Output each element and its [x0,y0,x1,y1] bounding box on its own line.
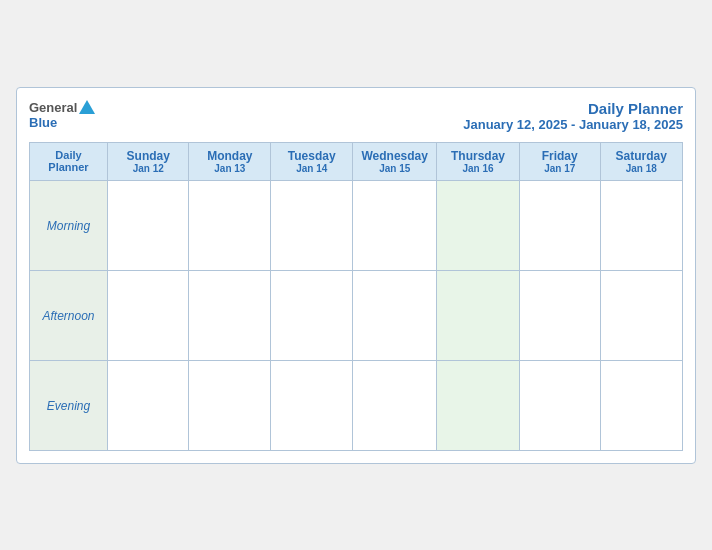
evening-friday[interactable] [519,360,600,450]
afternoon-sunday[interactable] [107,270,189,360]
logo-area: General Blue [29,100,95,130]
afternoon-tuesday[interactable] [271,270,353,360]
sunday-header: Sunday Jan 12 [107,142,189,180]
evening-label-cell: Evening [30,360,108,450]
morning-thursday[interactable] [437,180,520,270]
morning-tuesday[interactable] [271,180,353,270]
evening-tuesday[interactable] [271,360,353,450]
logo-general: General [29,100,77,115]
afternoon-monday[interactable] [189,270,271,360]
morning-saturday[interactable] [600,180,682,270]
date-range: January 12, 2025 - January 18, 2025 [463,117,683,132]
evening-thursday[interactable] [437,360,520,450]
logo-row: General [29,100,95,115]
morning-monday[interactable] [189,180,271,270]
header-row: Daily Planner Sunday Jan 12 Monday Jan 1… [30,142,683,180]
morning-sunday[interactable] [107,180,189,270]
label-col-header: Daily Planner [30,142,108,180]
logo-triangle-icon [79,100,95,114]
afternoon-friday[interactable] [519,270,600,360]
afternoon-thursday[interactable] [437,270,520,360]
header: General Blue Daily Planner January 12, 2… [29,100,683,132]
tuesday-header: Tuesday Jan 14 [271,142,353,180]
page-title: Daily Planner [463,100,683,117]
evening-sunday[interactable] [107,360,189,450]
afternoon-label: Afternoon [42,309,94,323]
morning-friday[interactable] [519,180,600,270]
thursday-header: Thursday Jan 16 [437,142,520,180]
friday-header: Friday Jan 17 [519,142,600,180]
morning-wednesday[interactable] [353,180,437,270]
evening-label: Evening [47,399,90,413]
afternoon-wednesday[interactable] [353,270,437,360]
monday-header: Monday Jan 13 [189,142,271,180]
daily-label: Daily [34,149,103,161]
evening-saturday[interactable] [600,360,682,450]
logo-blue: Blue [29,115,57,130]
wednesday-header: Wednesday Jan 15 [353,142,437,180]
planner-label: Planner [34,161,103,173]
morning-label-cell: Morning [30,180,108,270]
morning-label: Morning [47,219,90,233]
evening-wednesday[interactable] [353,360,437,450]
planner-grid: Daily Planner Sunday Jan 12 Monday Jan 1… [29,142,683,451]
title-area: Daily Planner January 12, 2025 - January… [463,100,683,132]
morning-row: Morning [30,180,683,270]
afternoon-saturday[interactable] [600,270,682,360]
planner-container: General Blue Daily Planner January 12, 2… [16,87,696,464]
evening-row: Evening [30,360,683,450]
evening-monday[interactable] [189,360,271,450]
afternoon-label-cell: Afternoon [30,270,108,360]
saturday-header: Saturday Jan 18 [600,142,682,180]
afternoon-row: Afternoon [30,270,683,360]
